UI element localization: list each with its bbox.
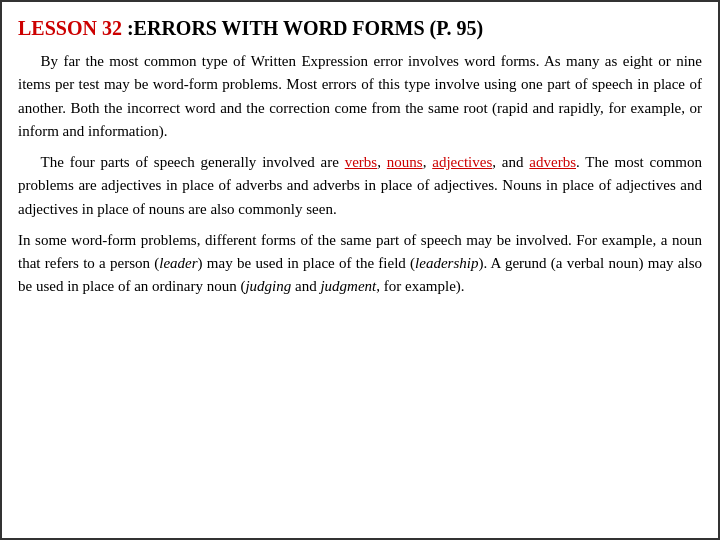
page-container: LESSON 32 :ERRORS WITH WORD FORMS (P. 95…: [0, 0, 720, 540]
paragraph-1: By far the most common type of Written E…: [18, 50, 702, 143]
paragraph-2-text-2: ,: [377, 154, 387, 170]
word-judgment: judgment: [320, 278, 376, 294]
word-nouns: nouns: [387, 154, 423, 170]
paragraph-2-text-3: ,: [423, 154, 433, 170]
paragraph-2: The four parts of speech generally invol…: [18, 151, 702, 221]
word-judging: judging: [245, 278, 291, 294]
paragraph-3-text-4: and: [291, 278, 320, 294]
word-adverbs: adverbs: [529, 154, 576, 170]
paragraph-3-text-5: , for example).: [376, 278, 464, 294]
title-separator: :: [122, 17, 134, 39]
title-main: ERRORS WITH WORD FORMS (P. 95): [134, 17, 484, 39]
body-text: By far the most common type of Written E…: [18, 50, 702, 299]
word-leader: leader: [159, 255, 197, 271]
word-leadership: leadership: [415, 255, 478, 271]
paragraph-2-text-4: , and: [492, 154, 529, 170]
word-verbs: verbs: [345, 154, 378, 170]
paragraph-2-text-1: The four parts of speech generally invol…: [41, 154, 345, 170]
word-adjectives: adjectives: [432, 154, 492, 170]
page-title: LESSON 32 :ERRORS WITH WORD FORMS (P. 95…: [18, 16, 702, 40]
paragraph-1-text: By far the most common type of Written E…: [18, 53, 702, 139]
paragraph-3-text-2: ) may be used in place of the field (: [198, 255, 415, 271]
paragraph-3: In some word-form problems, different fo…: [18, 229, 702, 299]
lesson-number: LESSON 32: [18, 17, 122, 39]
